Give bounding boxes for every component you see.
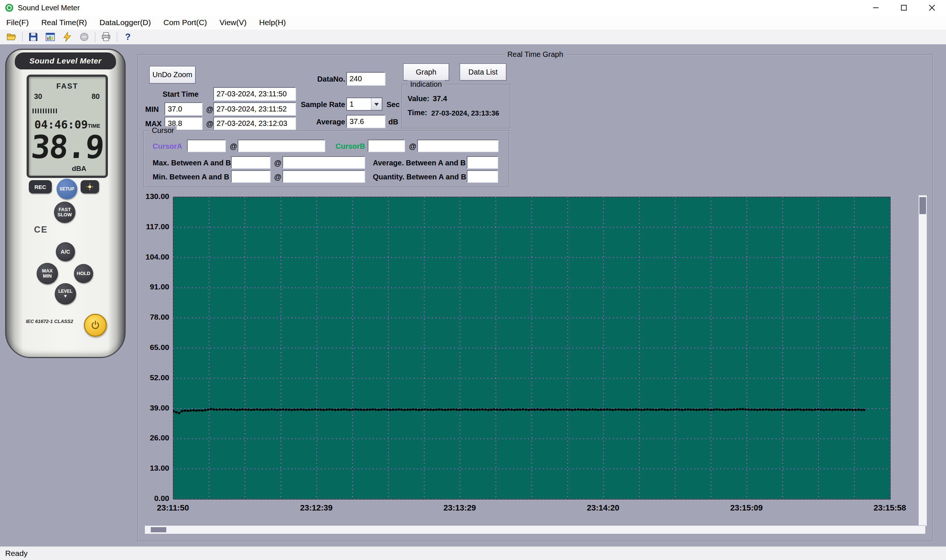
print-icon — [101, 32, 111, 42]
x-axis-tick-label: 23:15:09 — [730, 503, 763, 513]
qty-between-value-field[interactable] — [467, 170, 498, 183]
open-icon — [6, 32, 17, 42]
horizontal-scrollbar[interactable] — [145, 525, 926, 534]
save-button[interactable] — [25, 30, 42, 43]
minimize-button[interactable] — [862, 0, 890, 15]
min-between-time-field[interactable] — [282, 170, 365, 183]
device-power-button — [84, 314, 107, 337]
lcd-mode: FAST — [56, 82, 78, 91]
close-button[interactable] — [918, 0, 946, 15]
datalogger-icon — [45, 32, 56, 42]
menu-item-file[interactable]: File(F) — [0, 15, 35, 29]
toolbar-separator — [22, 32, 23, 42]
qty-between-label: Quantity. Between A and B — [373, 173, 466, 181]
sample-rate-label: Sample Rate — [297, 100, 345, 109]
x-axis-tick-label: 23:11:50 — [157, 503, 189, 513]
device-max-label: MAX — [42, 268, 53, 274]
device-fast-label: FAST — [59, 207, 71, 212]
data-list-button[interactable]: Data List — [460, 63, 506, 80]
toolbar: ? — [0, 29, 946, 45]
backlight-icon — [86, 183, 94, 191]
cursor-a-time-field[interactable] — [238, 140, 325, 152]
x-axis-tick-label: 23:12:39 — [300, 503, 333, 513]
indication-value: 37.4 — [433, 94, 447, 103]
min-value-field[interactable]: 37.0 — [164, 102, 202, 115]
titlebar: Sound Level Meter — [0, 0, 946, 16]
cursor-a-at-symbol: @ — [230, 142, 237, 151]
y-axis-tick-label: 65.00 — [150, 343, 169, 352]
sample-rate-select[interactable]: 1 — [346, 97, 383, 111]
y-axis-tick-label: 78.00 — [150, 313, 169, 322]
cursor-a-label: CursorA — [153, 142, 182, 151]
x-axis-tick-label: 23:15:58 — [873, 503, 906, 513]
maximize-button[interactable] — [890, 0, 918, 15]
maximize-icon — [901, 5, 907, 11]
vertical-scrollbar[interactable] — [918, 195, 927, 526]
avg-between-value-field[interactable] — [467, 156, 498, 169]
print-button[interactable] — [97, 30, 114, 43]
main-area: Sound Level Meter FAST 30 80 04:46:09TIM… — [0, 44, 946, 547]
cursor-a-value-field[interactable] — [187, 140, 226, 152]
data-no-field[interactable]: 240 — [346, 72, 386, 86]
cursor-b-at-symbol: @ — [409, 142, 417, 151]
menu-item-datalogger[interactable]: DataLogger(D) — [93, 15, 157, 29]
indication-time: 27-03-2024, 23:13:36 — [431, 109, 499, 117]
device-fast-slow-button: FAST SLOW — [54, 202, 76, 223]
indication-group: Indication Value: 37.4 Time: 27-03-2024,… — [402, 84, 511, 129]
graph-button[interactable]: Graph — [403, 63, 449, 80]
indication-title: Indication — [407, 80, 444, 89]
real-time-graph-group: Real Time Graph UnDo Zoom Start Time 27-… — [137, 54, 933, 542]
open-button[interactable] — [3, 30, 20, 43]
menu-item-help[interactable]: Help(H) — [253, 15, 292, 29]
max-time-field[interactable]: 27-03-2024, 23:12:03 — [213, 117, 296, 130]
device-max-min-button: MAX MIN — [37, 263, 58, 284]
start-time-field[interactable]: 27-03-2024, 23:11:50 — [213, 87, 296, 101]
device-setup-button: SETUP — [57, 178, 77, 199]
menu-item-com-port[interactable]: Com Port(C) — [157, 15, 213, 29]
lcd-value: 38.9 — [30, 128, 105, 165]
average-field[interactable]: 37.6 — [346, 115, 386, 128]
min-between-value-field[interactable] — [231, 170, 270, 183]
setup-button[interactable] — [59, 30, 76, 43]
vertical-scrollbar-thumb[interactable] — [920, 197, 926, 214]
lcd-bargraph — [32, 109, 57, 113]
device-hold-button: HOLD — [74, 264, 93, 283]
minimize-icon — [872, 5, 879, 11]
close-icon — [929, 5, 935, 11]
y-axis-tick-label: 52.00 — [150, 373, 169, 382]
cursor-b-label: CursorB — [335, 142, 365, 151]
y-axis-tick-label: 0.00 — [154, 494, 169, 503]
y-axis-tick-label: 26.00 — [150, 433, 169, 442]
cursor-b-value-field[interactable] — [368, 140, 405, 152]
device-level-button: LEVEL ▼ — [55, 283, 76, 305]
max-between-time-field[interactable] — [282, 156, 365, 169]
max-between-at-symbol: @ — [274, 159, 282, 167]
undo-zoom-button[interactable]: UnDo Zoom — [149, 66, 196, 83]
cursor-title: Cursor — [149, 126, 177, 135]
help-icon: ? — [123, 32, 133, 42]
realtime-plot[interactable] — [173, 197, 890, 499]
y-axis-tick-label: 39.00 — [150, 403, 169, 412]
device-ac-button: A/C — [56, 242, 75, 262]
sample-rate-unit-label: Sec — [387, 100, 400, 109]
dropdown-arrow-icon[interactable] — [371, 98, 382, 110]
lcd-time-label: TIME — [88, 123, 100, 129]
cursor-b-time-field[interactable] — [417, 140, 498, 152]
menu-item-real-time[interactable]: Real Time(R) — [35, 15, 94, 29]
group-title: Real Time Graph — [505, 50, 566, 59]
menu-item-view[interactable]: View(V) — [213, 15, 253, 29]
statusbar: Ready — [0, 546, 946, 560]
window-title: Sound Level Meter — [18, 4, 80, 12]
min-time-field[interactable]: 27-03-2024, 23:11:52 — [213, 102, 296, 115]
lcd-unit: dBA — [72, 165, 86, 173]
stop-button[interactable] — [76, 30, 93, 43]
y-axis-tick-label: 130.00 — [146, 192, 169, 201]
min-at-symbol: @ — [206, 105, 214, 114]
device-rec-button: REC — [29, 180, 52, 194]
max-between-value-field[interactable] — [231, 156, 270, 169]
horizontal-scrollbar-thumb[interactable] — [151, 527, 166, 532]
help-button[interactable]: ? — [119, 30, 136, 43]
y-axis-tick-label: 91.00 — [150, 282, 169, 291]
datalogger-button[interactable] — [42, 30, 59, 43]
menubar: File(F)Real Time(R)DataLogger(D)Com Port… — [0, 15, 946, 30]
